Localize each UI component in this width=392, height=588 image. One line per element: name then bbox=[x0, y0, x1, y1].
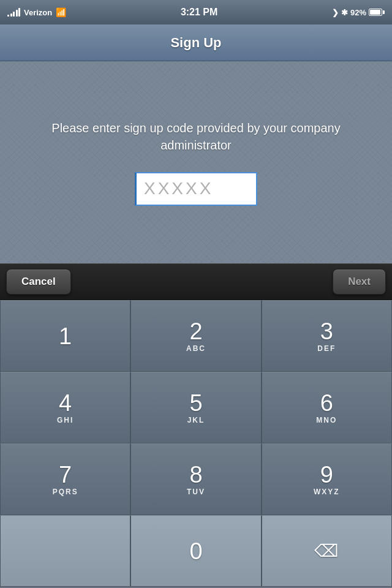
key-letters-7: PQRS bbox=[53, 488, 78, 496]
status-left: Verizon 📶 bbox=[7, 7, 66, 17]
key-number-1: 1 bbox=[59, 325, 72, 348]
location-icon: ❯ bbox=[332, 8, 339, 17]
key-letters-5: JKL bbox=[187, 416, 205, 424]
cancel-button[interactable]: Cancel bbox=[6, 269, 71, 295]
key-letters-9: WXYZ bbox=[314, 488, 340, 496]
key-letters-4: GHI bbox=[57, 416, 74, 424]
key-number-2: 2 bbox=[189, 320, 202, 343]
status-time: 3:21 PM bbox=[181, 7, 217, 18]
numpad-key-0[interactable]: 0 bbox=[130, 515, 261, 587]
content-area: Please enter sign up code provided by yo… bbox=[0, 61, 392, 263]
key-number-6: 6 bbox=[320, 391, 333, 415]
key-number-9: 9 bbox=[320, 463, 333, 486]
key-number-5: 5 bbox=[189, 391, 202, 415]
numpad-row-4: 0 ⌫ bbox=[0, 515, 392, 587]
status-bar: Verizon 📶 3:21 PM ❯ ✱ 92% bbox=[0, 0, 392, 24]
wifi-icon: 📶 bbox=[56, 7, 66, 17]
key-letters-6: MNO bbox=[316, 416, 337, 424]
numpad-key-4[interactable]: 4 GHI bbox=[0, 372, 130, 443]
numpad-key-2[interactable]: 2 ABC bbox=[130, 300, 261, 372]
key-number-8: 8 bbox=[189, 463, 202, 486]
numpad-key-3[interactable]: 3 DEF bbox=[262, 300, 392, 372]
numpad-key-5[interactable]: 5 JKL bbox=[130, 372, 261, 443]
numpad-key-9[interactable]: 9 WXYZ bbox=[262, 443, 392, 515]
key-number-4: 4 bbox=[59, 391, 72, 415]
nav-bar: Sign Up bbox=[0, 24, 392, 61]
numpad-row-1: 1 2 ABC 3 DEF bbox=[0, 300, 392, 372]
key-number-0: 0 bbox=[189, 540, 202, 563]
numpad-key-backspace[interactable]: ⌫ bbox=[262, 515, 392, 587]
numpad-key-6[interactable]: 6 MNO bbox=[262, 372, 392, 443]
backspace-icon: ⌫ bbox=[314, 541, 339, 561]
key-letters-2: ABC bbox=[186, 344, 206, 353]
numpad-key-1[interactable]: 1 bbox=[0, 300, 130, 372]
numpad-key-7[interactable]: 7 PQRS bbox=[0, 443, 130, 515]
key-letters-3: DEF bbox=[317, 344, 336, 353]
battery-icon bbox=[369, 9, 385, 16]
key-number-7: 7 bbox=[59, 463, 72, 486]
status-right: ❯ ✱ 92% bbox=[332, 8, 385, 17]
carrier-label: Verizon bbox=[24, 8, 52, 17]
bluetooth-icon: ✱ bbox=[341, 8, 348, 17]
numpad: 1 2 ABC 3 DEF 4 GHI 5 JKL 6 MNO 7 PQRS bbox=[0, 300, 392, 588]
toolbar: Cancel Next bbox=[0, 263, 392, 300]
numpad-key-empty bbox=[0, 515, 130, 587]
instruction-text: Please enter sign up code provided by yo… bbox=[0, 119, 392, 154]
page-title: Sign Up bbox=[170, 35, 221, 51]
code-input-field[interactable]: XXXXX bbox=[135, 172, 257, 206]
numpad-row-2: 4 GHI 5 JKL 6 MNO bbox=[0, 372, 392, 443]
key-letters-8: TUV bbox=[187, 488, 205, 496]
code-placeholder: XXXXX bbox=[144, 179, 213, 198]
battery-percent: 92% bbox=[350, 8, 366, 17]
next-button[interactable]: Next bbox=[333, 269, 386, 295]
numpad-row-3: 7 PQRS 8 TUV 9 WXYZ bbox=[0, 443, 392, 515]
signal-bars-icon bbox=[7, 8, 20, 17]
key-number-3: 3 bbox=[320, 320, 333, 343]
numpad-key-8[interactable]: 8 TUV bbox=[130, 443, 261, 515]
